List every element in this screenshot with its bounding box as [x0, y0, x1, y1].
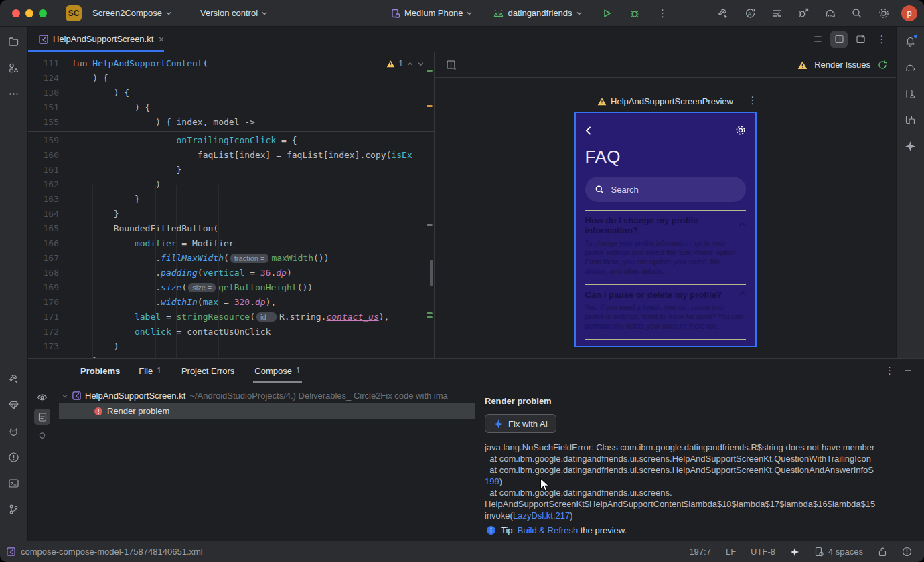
code-line[interactable]: 170 .widthIn(max = 320.dp),: [28, 295, 434, 310]
more-actions-menu[interactable]: ⋮: [653, 4, 672, 23]
line-number[interactable]: 130: [28, 86, 59, 100]
code-line[interactable]: 166 modifier = Modifier: [28, 236, 434, 251]
code-line[interactable]: 160 faqList[index] = faqList[index].copy…: [28, 148, 434, 163]
indent-widget[interactable]: 4 spaces: [814, 547, 863, 557]
line-number[interactable]: 172: [28, 324, 59, 339]
tab-compose[interactable]: Compose1: [253, 359, 301, 383]
faq-search-bar[interactable]: Search: [585, 177, 746, 202]
line-number[interactable]: 170: [28, 295, 59, 310]
faq-item[interactable]: How do I block or report someone?: [585, 339, 746, 347]
run-configuration-selector[interactable]: datingandfriends: [487, 5, 587, 21]
split-editor-icon[interactable]: [830, 31, 848, 48]
line-number[interactable]: 164: [28, 207, 59, 221]
gradle-tool-icon[interactable]: [901, 58, 920, 77]
line-number[interactable]: 168: [28, 266, 59, 280]
quick-fix-bulb-icon[interactable]: [34, 428, 50, 444]
code-line[interactable]: 173 ): [28, 339, 434, 354]
trace-link[interactable]: LazyDsl.kt:217: [513, 510, 570, 521]
editor-tab[interactable]: HelpAndSupportScreen.kt: [28, 27, 173, 52]
panel-options-menu[interactable]: ⋮: [884, 367, 895, 374]
run-button[interactable]: [597, 4, 616, 23]
code-line[interactable]: 167 .fillMaxWidth(fraction =maxWidth()): [28, 251, 434, 266]
code-line[interactable]: 111fun HelpAndSupportContent(: [28, 56, 434, 71]
line-number[interactable]: 162: [28, 177, 59, 192]
code-editor[interactable]: 111fun HelpAndSupportContent(124 ) {130 …: [28, 52, 434, 358]
detach-editor-icon[interactable]: [852, 31, 869, 48]
code-line[interactable]: 155 ) { index, model ->: [28, 115, 434, 130]
faq-item[interactable]: Can I pause or delete my profile?Yes. If…: [585, 284, 746, 339]
todo-list-icon[interactable]: [767, 4, 786, 23]
problems-title[interactable]: Problems: [80, 366, 120, 376]
line-number[interactable]: 167: [28, 251, 59, 266]
device-selector[interactable]: Medium Phone: [385, 5, 478, 21]
minimize-window-button[interactable]: [25, 9, 33, 17]
code-line[interactable]: 162 ): [28, 177, 434, 192]
code-line[interactable]: 161 }: [28, 163, 434, 177]
trace-link[interactable]: 199: [485, 476, 499, 486]
error-highlight-status-icon[interactable]: [902, 547, 912, 557]
render-issues-label[interactable]: Render Issues: [814, 60, 870, 70]
line-number[interactable]: 111: [28, 56, 59, 71]
preview-toggle-eye-icon[interactable]: [34, 389, 50, 405]
line-number[interactable]: 124: [28, 71, 59, 86]
line-number[interactable]: 166: [28, 236, 59, 251]
code-line[interactable]: 130 ) {: [28, 86, 434, 100]
code-line[interactable]: 172 onClick = contactUsOnClick: [28, 324, 434, 339]
line-number[interactable]: 163: [28, 192, 59, 207]
search-everywhere-icon[interactable]: [848, 4, 866, 23]
fullscreen-window-button[interactable]: [39, 9, 47, 17]
prev-problem-icon[interactable]: [406, 60, 414, 68]
faq-item[interactable]: How do I change my profile information?T…: [585, 210, 746, 284]
preview-options-menu[interactable]: ⋮: [748, 97, 758, 104]
gradle-sync-icon[interactable]: [821, 4, 840, 23]
editor-list-icon[interactable]: [809, 31, 826, 48]
close-window-button[interactable]: [12, 9, 20, 17]
status-file-name[interactable]: compose-compose-model-1758748140651.xml: [21, 547, 203, 557]
more-tool-windows-icon[interactable]: [5, 84, 23, 103]
line-number[interactable]: 169: [28, 280, 59, 295]
tab-file[interactable]: File1: [137, 359, 163, 383]
line-number[interactable]: 159: [28, 133, 59, 148]
close-tab-icon[interactable]: [158, 36, 165, 43]
settings-gear-icon[interactable]: [874, 4, 893, 23]
analysis-marker[interactable]: [427, 316, 433, 318]
line-number[interactable]: 161: [28, 163, 59, 177]
code-line[interactable]: 151 ) {: [28, 100, 434, 115]
version-control-tool-icon[interactable]: [5, 500, 23, 519]
line-number[interactable]: 173: [28, 339, 59, 354]
line-number[interactable]: 160: [28, 148, 59, 163]
refresh-preview-icon[interactable]: [877, 60, 888, 70]
code-line[interactable]: 124 ) {: [28, 71, 434, 86]
details-view-icon[interactable]: [34, 409, 50, 425]
analysis-marker[interactable]: [427, 312, 433, 314]
build-run-icon[interactable]: [714, 4, 733, 23]
user-avatar[interactable]: p: [901, 5, 917, 21]
next-problem-icon[interactable]: [417, 60, 425, 68]
problems-tool-icon[interactable]: [5, 448, 23, 466]
app-quality-insights-icon[interactable]: [5, 395, 23, 414]
ai-actions-icon[interactable]: A: [741, 4, 759, 23]
file-encoding[interactable]: UTF-8: [751, 547, 775, 557]
tree-error-row[interactable]: Render problem: [59, 403, 475, 419]
version-control-menu[interactable]: Version control: [195, 5, 273, 21]
tab-project-errors[interactable]: Project Errors: [180, 359, 236, 383]
running-devices-icon[interactable]: [901, 110, 920, 129]
code-line[interactable]: 164 }: [28, 207, 434, 221]
settings-gear-icon[interactable]: [735, 125, 746, 136]
code-line[interactable]: 163 }: [28, 192, 434, 207]
gemini-sparkle-icon[interactable]: [901, 136, 920, 155]
terminal-icon[interactable]: [5, 474, 23, 492]
notifications-bell-icon[interactable]: [901, 32, 920, 51]
code-line[interactable]: 168 .padding(vertical = 36.dp): [28, 266, 434, 280]
chevron-down-icon[interactable]: [62, 393, 68, 399]
editor-more-menu[interactable]: ⋮: [873, 31, 891, 48]
code-line[interactable]: 159 onTrailingIconClick = {: [28, 133, 434, 148]
editor-scrollbar[interactable]: [430, 260, 433, 286]
inspections-widget[interactable]: 1: [384, 58, 427, 70]
line-number[interactable]: 171: [28, 310, 59, 324]
analysis-marker[interactable]: [427, 70, 433, 72]
fix-with-ai-button[interactable]: Fix with AI: [485, 414, 556, 433]
analysis-marker[interactable]: [427, 105, 433, 107]
hide-panel-icon[interactable]: [904, 367, 912, 375]
analysis-marker[interactable]: [427, 224, 433, 226]
